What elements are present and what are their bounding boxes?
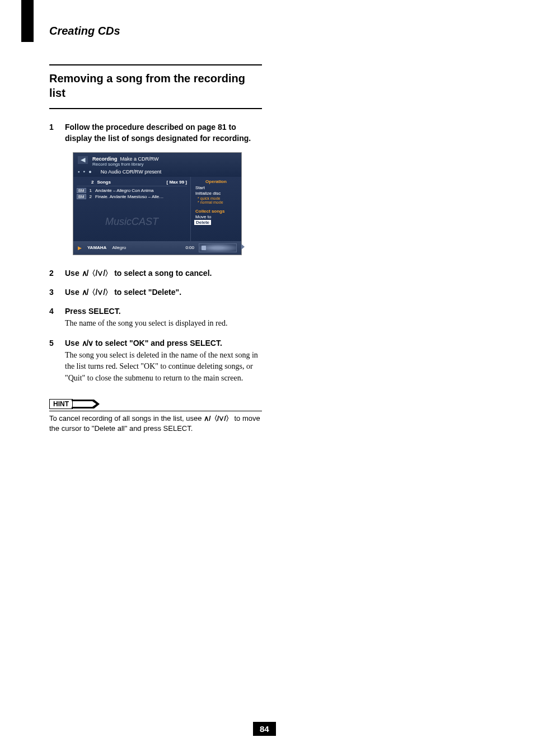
ui-subtitle: Record songs from library bbox=[92, 162, 158, 167]
op-item-quick: * quick mode bbox=[194, 196, 238, 200]
step-number: 4 bbox=[49, 306, 57, 330]
ui-operation-panel: Operation Start Initialize disc * quick … bbox=[191, 177, 241, 241]
list-count: 2 bbox=[91, 180, 93, 185]
footer-thumbnail bbox=[199, 243, 237, 252]
footer-track: Allegro bbox=[112, 245, 126, 250]
step-number: 1 bbox=[49, 121, 57, 144]
page-content: Creating CDs Removing a song from the re… bbox=[49, 25, 262, 434]
hint-block: HINT To cancel recording of all songs in… bbox=[49, 398, 262, 434]
step-item: 5 Use ∧/∨ to select "OK" and press SELEC… bbox=[49, 337, 262, 384]
step-item: 2 Use ∧/〈/∨/〉 to select a song to cancel… bbox=[49, 267, 262, 279]
ui-title-label: Recording bbox=[92, 156, 118, 162]
arrow-icons: ∧/∨ bbox=[82, 339, 93, 348]
op-item-collect: Collect songs bbox=[194, 209, 238, 214]
divider bbox=[49, 108, 262, 109]
footer-time: 0:00 bbox=[185, 245, 194, 250]
step-number: 3 bbox=[49, 287, 57, 298]
ui-title-main: Make a CDR/RW bbox=[120, 156, 159, 162]
section-title: Removing a song from the recording list bbox=[49, 71, 262, 100]
step-head: Follow the procedure described on page 8… bbox=[65, 121, 262, 144]
back-icon: ◀ bbox=[78, 156, 88, 164]
arrow-icons: ∧/〈/∨/〉 bbox=[204, 414, 232, 422]
step-item: 3 Use ∧/〈/∨/〉 to select "Delete". bbox=[49, 287, 262, 298]
play-icon: ▶ bbox=[78, 245, 82, 251]
row-num: 2 bbox=[90, 194, 92, 199]
row-text: Andante – Allegro Con Anima bbox=[95, 188, 154, 193]
row-num: 1 bbox=[90, 188, 92, 193]
step-number: 5 bbox=[49, 337, 57, 384]
op-item-move: Move to bbox=[194, 214, 238, 219]
steps-list: 2 Use ∧/〈/∨/〉 to select a song to cancel… bbox=[49, 267, 262, 384]
step-sub: The name of the song you select is displ… bbox=[65, 318, 262, 329]
footer-brand: YAMAHA bbox=[87, 245, 106, 250]
list-max: [ Max 99 ] bbox=[167, 180, 187, 185]
svg-marker-1 bbox=[73, 402, 95, 406]
bookmark-badge: BM bbox=[77, 188, 86, 193]
op-header: Operation bbox=[194, 179, 238, 184]
bookmark-badge: BM bbox=[77, 194, 86, 199]
hint-text: To cancel recording of all songs in the … bbox=[49, 411, 262, 434]
ui-status: No Audio CDR/RW present bbox=[101, 169, 161, 175]
op-item-delete: Delete bbox=[194, 220, 211, 225]
page-number: 84 bbox=[253, 722, 276, 736]
list-item: BM 1 Andante – Allegro Con Anima bbox=[77, 187, 187, 194]
list-count-label: Songs bbox=[97, 180, 110, 185]
ui-header: ◀ Recording Make a CDR/RW Record songs f… bbox=[73, 153, 241, 177]
step-head: Press SELECT. bbox=[65, 306, 262, 317]
op-item-normal: * normal mode bbox=[194, 200, 238, 204]
status-dots-icon: ▪ • ● bbox=[78, 169, 93, 175]
list-item: BM 2 Finale. Andante Maestoso – Alle… bbox=[77, 194, 187, 200]
hint-label: HINT bbox=[49, 399, 73, 409]
chapter-title: Creating CDs bbox=[49, 25, 262, 37]
step-sub: The song you select is deleted in the na… bbox=[65, 350, 262, 384]
steps-list: 1 Follow the procedure described on page… bbox=[49, 121, 262, 144]
row-text: Finale. Andante Maestoso – Alle… bbox=[95, 194, 163, 199]
device-screenshot: ◀ Recording Make a CDR/RW Record songs f… bbox=[73, 152, 242, 255]
ui-song-list: 2 Songs [ Max 99 ] BM 1 Andante – Allegr… bbox=[73, 177, 191, 241]
chapter-side-tab bbox=[21, 0, 34, 42]
scroll-arrow-icon bbox=[241, 244, 245, 250]
hint-tail-icon bbox=[72, 398, 100, 410]
step-item: 1 Follow the procedure described on page… bbox=[49, 121, 262, 144]
step-head: Use ∧/∨ to select "OK" and press SELECT. bbox=[65, 337, 262, 349]
step-head: Use ∧/〈/∨/〉 to select a song to cancel. bbox=[65, 267, 262, 279]
step-item: 4 Press SELECT. The name of the song you… bbox=[49, 306, 262, 330]
step-head: Use ∧/〈/∨/〉 to select "Delete". bbox=[65, 287, 262, 298]
ui-footer: ▶ YAMAHA Allegro 0:00 bbox=[73, 241, 241, 255]
step-number: 2 bbox=[49, 267, 57, 279]
op-item-initialize: Initialize disc bbox=[194, 191, 238, 196]
op-item-start: Start bbox=[194, 185, 238, 190]
divider bbox=[49, 64, 262, 65]
arrow-icons: ∧/〈/∨/〉 bbox=[82, 269, 113, 278]
arrow-icons: ∧/〈/∨/〉 bbox=[82, 288, 113, 297]
watermark: MusicCAST bbox=[73, 216, 190, 228]
